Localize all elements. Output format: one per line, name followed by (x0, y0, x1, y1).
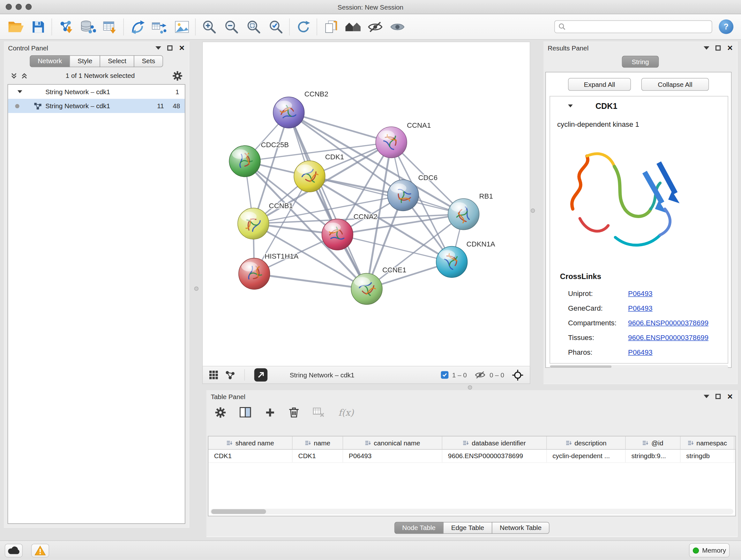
column-header-name[interactable]: name (293, 436, 343, 449)
node-CDKN1A[interactable] (436, 246, 468, 278)
save-session-button[interactable] (27, 16, 49, 37)
network-collection-row[interactable]: String Network – cdk1 1 (8, 84, 185, 99)
right-splitter-handle[interactable] (531, 208, 535, 212)
delete-row-icon[interactable] (289, 407, 299, 418)
tab-style[interactable]: Style (70, 55, 100, 67)
node-CCNA2[interactable] (322, 219, 353, 250)
float-panel-icon[interactable] (716, 394, 721, 399)
edge-CCNB2-CCNA1[interactable] (289, 112, 391, 142)
search-input[interactable] (568, 23, 708, 30)
tab-node-table[interactable]: Node Table (394, 522, 444, 534)
column-header-canonical-name[interactable]: canonical name (343, 436, 442, 449)
expand-all-button[interactable]: Expand All (568, 78, 631, 91)
crosslink-link[interactable]: P06493 (628, 348, 653, 356)
expand-all-icon[interactable] (21, 72, 28, 79)
function-builder-button[interactable]: f(x) (338, 407, 354, 418)
minimize-window-button[interactable] (16, 4, 22, 10)
grid-icon[interactable] (209, 370, 219, 380)
zoom-selected-button[interactable] (265, 16, 287, 37)
open-in-window-button[interactable] (254, 368, 267, 381)
tab-edge-table[interactable]: Edge Table (443, 522, 492, 534)
tab-sets[interactable]: Sets (134, 55, 163, 67)
tab-string[interactable]: String (622, 56, 659, 68)
node-CDC6[interactable] (387, 180, 419, 211)
gear-icon[interactable] (215, 407, 226, 418)
cloud-status-button[interactable] (5, 543, 23, 557)
selected-checkbox-icon[interactable] (441, 371, 448, 379)
zoom-window-button[interactable] (25, 4, 31, 10)
close-panel-icon[interactable]: ✕ (179, 44, 185, 51)
graphics-details-button[interactable] (342, 16, 364, 37)
crosslink-link[interactable]: P06493 (628, 289, 653, 297)
zoom-out-button[interactable] (220, 16, 243, 37)
help-button[interactable]: ? (719, 19, 733, 34)
hidden-eye-icon[interactable] (475, 371, 486, 379)
new-network-from-table-button[interactable] (148, 16, 171, 37)
crosshair-icon[interactable] (512, 369, 524, 381)
table-cell[interactable]: CDK1 (208, 449, 293, 462)
import-table-from-file-button[interactable] (98, 16, 121, 37)
table-cell[interactable]: cyclin-dependent ... (547, 449, 625, 462)
crosslink-link[interactable]: 9606.ENSP00000378699 (628, 319, 709, 327)
collapse-all-icon[interactable] (10, 72, 17, 79)
edge-HIST1H1A-CCNE1[interactable] (254, 273, 367, 289)
node-CDK1[interactable] (294, 161, 325, 192)
close-window-button[interactable] (6, 4, 12, 10)
open-session-button[interactable] (5, 16, 27, 37)
column-header-description[interactable]: description (547, 436, 625, 449)
entry-collapse-caret-icon[interactable] (568, 105, 573, 107)
column-header--id[interactable]: @id (626, 436, 681, 449)
node-CCNB1[interactable] (238, 208, 269, 240)
zoom-in-button[interactable] (198, 16, 220, 37)
close-panel-icon[interactable]: ✕ (727, 44, 733, 51)
collection-expand-caret-icon[interactable] (17, 90, 22, 93)
import-network-from-file-button[interactable] (54, 16, 77, 37)
table-row[interactable]: CDK1CDK1P064939606.ENSP00000378699cyclin… (208, 449, 735, 462)
edge-CCNB2-CCNE1[interactable] (289, 112, 367, 289)
scrollbar-thumb[interactable] (550, 366, 612, 368)
node-CCNA1[interactable] (376, 127, 407, 158)
node-HIST1H1A[interactable] (239, 258, 270, 290)
panel-menu-icon[interactable] (704, 395, 710, 398)
column-header-database-identifier[interactable]: database identifier (442, 436, 547, 449)
bottom-splitter-handle[interactable] (468, 385, 472, 389)
node-CCNE1[interactable] (351, 273, 382, 305)
import-network-from-database-button[interactable] (77, 16, 99, 37)
crosslink-link[interactable]: P06493 (628, 304, 653, 312)
delete-table-icon[interactable] (313, 408, 325, 417)
node-entry-header[interactable]: CDK1 (550, 97, 728, 116)
clone-network-button[interactable] (320, 16, 342, 37)
float-panel-icon[interactable] (716, 45, 721, 51)
crosslink-link[interactable]: 9606.ENSP00000378699 (628, 333, 709, 341)
network-row[interactable]: String Network – cdk1 11 48 (8, 99, 185, 113)
table-cell[interactable]: stringdb:9... (626, 449, 681, 462)
panel-menu-icon[interactable] (704, 46, 710, 50)
memory-button[interactable]: Memory (689, 543, 730, 557)
scrollbar-thumb[interactable] (211, 509, 266, 514)
gear-icon[interactable] (173, 71, 183, 80)
node-CCNB2[interactable] (273, 97, 305, 128)
column-header-namespac[interactable]: namespac (680, 436, 734, 449)
table-cell[interactable]: 9606.ENSP00000378699 (442, 449, 547, 462)
network-view[interactable]: CCNB2CCNA1CDC25BCDK1CDC6RB1CCNB1CCNA2CDK… (202, 42, 530, 366)
table-cell[interactable]: CDK1 (293, 449, 343, 462)
close-panel-icon[interactable]: ✕ (727, 393, 733, 400)
left-splitter-handle[interactable] (194, 287, 199, 291)
warnings-button[interactable] (31, 543, 49, 557)
node-RB1[interactable] (448, 199, 479, 230)
table-cell[interactable]: P06493 (343, 449, 442, 462)
tab-network[interactable]: Network (30, 55, 70, 67)
zoom-fit-button[interactable] (243, 16, 265, 37)
hide-selected-button[interactable] (364, 16, 386, 37)
collapse-all-button[interactable]: Collapse All (642, 78, 709, 91)
tab-select[interactable]: Select (100, 55, 134, 67)
birdseye-view-icon[interactable] (225, 370, 235, 379)
export-image-button[interactable] (171, 16, 193, 37)
create-column-icon[interactable] (240, 407, 252, 418)
tab-network-table[interactable]: Network Table (492, 522, 549, 534)
table-cell[interactable]: stringdb (680, 449, 734, 462)
node-CDC25B[interactable] (229, 145, 260, 177)
network-canvas[interactable]: CCNB2CCNA1CDC25BCDK1CDC6RB1CCNB1CCNA2CDK… (203, 42, 530, 366)
column-header-shared-name[interactable]: shared name (208, 436, 293, 449)
refresh-view-button[interactable] (292, 16, 314, 37)
